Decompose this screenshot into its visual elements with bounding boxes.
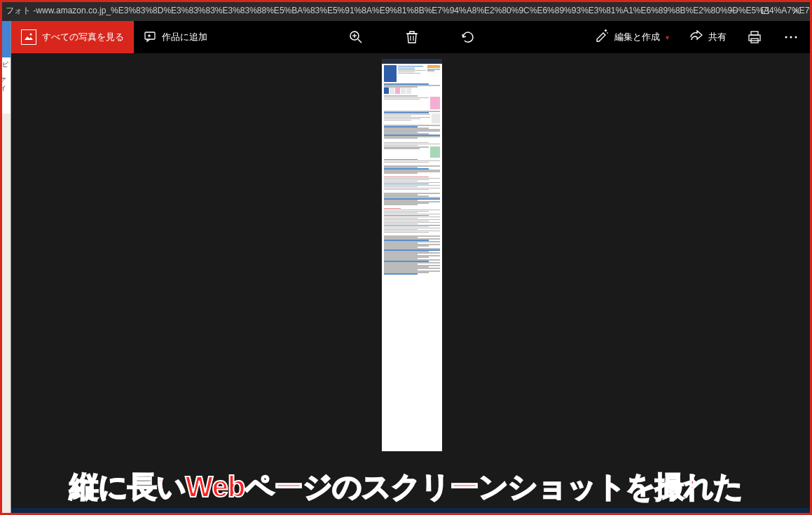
title-filename: www.amazon.co.jp_%E3%83%8D%E3%83%83%E3%8… — [36, 6, 812, 15]
more-button[interactable] — [777, 23, 805, 51]
window-controls — [717, 0, 812, 21]
zoom-button[interactable] — [342, 23, 370, 51]
photo-icon — [21, 29, 36, 45]
photo-viewer-area[interactable] — [11, 53, 812, 515]
share-label: 共有 — [708, 31, 727, 43]
minimize-button[interactable] — [717, 0, 749, 21]
title-prefix: フォト - — [6, 5, 36, 17]
toolbar: すべての写真を見る 作品に追加 編集と作成 ▾ 共有 — [11, 21, 812, 53]
rotate-icon — [460, 30, 476, 44]
toolbar-center — [342, 23, 482, 51]
chevron-down-icon: ▾ — [666, 34, 669, 41]
background-window-edge: ピ ァイ — [0, 21, 11, 515]
share-icon — [689, 30, 703, 45]
edit-icon — [595, 29, 609, 46]
displayed-screenshot — [382, 59, 442, 451]
bottom-strip — [11, 508, 812, 515]
svg-point-20 — [795, 36, 797, 39]
edit-create-button[interactable]: 編集と作成 ▾ — [589, 21, 675, 53]
svg-point-4 — [30, 34, 32, 36]
svg-point-19 — [790, 36, 792, 39]
title-bar: フォト - www.amazon.co.jp_%E3%83%8D%E3%83%8… — [0, 0, 812, 21]
share-button[interactable]: 共有 — [683, 21, 732, 53]
add-to-creation-label: 作品に追加 — [162, 31, 207, 43]
delete-button[interactable] — [398, 23, 426, 51]
annotation-caption: 縦に長いWebページのスクリーンショットを撮れた — [69, 467, 743, 507]
svg-point-18 — [785, 36, 787, 39]
svg-rect-15 — [751, 32, 758, 35]
print-button[interactable] — [741, 23, 769, 51]
trash-icon — [406, 30, 418, 44]
more-icon — [785, 36, 797, 39]
comment-icon — [144, 30, 156, 45]
rotate-button[interactable] — [454, 23, 482, 51]
svg-rect-1 — [762, 8, 768, 14]
maximize-button[interactable] — [749, 0, 780, 21]
toolbar-right: 編集と作成 ▾ 共有 — [589, 21, 805, 53]
svg-line-9 — [358, 39, 362, 43]
add-to-creation-button[interactable]: 作品に追加 — [134, 21, 217, 53]
close-button[interactable] — [780, 0, 812, 21]
print-icon — [748, 30, 762, 44]
see-all-label: すべての写真を見る — [42, 31, 124, 43]
zoom-icon — [349, 30, 363, 44]
see-all-photos-button[interactable]: すべての写真を見る — [11, 21, 134, 53]
edit-create-label: 編集と作成 — [614, 31, 660, 43]
